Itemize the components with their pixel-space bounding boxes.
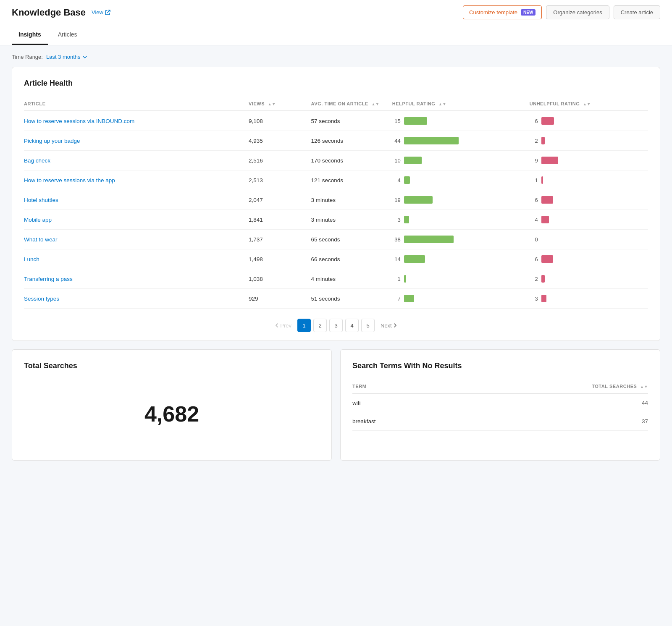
article-link-4[interactable]: Hotel shuttles (24, 197, 58, 203)
views-cell-4: 2,047 (249, 190, 311, 210)
no-results-title: Search Terms With No Results (352, 361, 648, 370)
table-row: Mobile app 1,841 3 minutes 3 4 (24, 210, 648, 230)
article-cell-1: Picking up your badge (24, 131, 249, 151)
top-bar: Knowledge Base View Customize template N… (0, 0, 672, 25)
unhelpful-bar-9 (541, 295, 546, 302)
article-cell-7: Lunch (24, 249, 249, 269)
sort-icon-views: ▲▼ (268, 102, 276, 106)
time-cell-3: 121 seconds (311, 170, 392, 190)
time-cell-0: 57 seconds (311, 111, 392, 131)
col-header-avg-time[interactable]: Avg. Time On Article ▲▼ (311, 98, 392, 111)
time-cell-2: 170 seconds (311, 151, 392, 170)
article-link-1[interactable]: Picking up your badge (24, 138, 80, 144)
helpful-bar-0 (404, 117, 427, 125)
unhelpful-bar-0 (541, 117, 554, 125)
time-cell-4: 3 minutes (311, 190, 392, 210)
col-header-helpful[interactable]: Helpful Rating ▲▼ (392, 98, 530, 111)
chevron-down-icon (82, 55, 87, 60)
tab-insights[interactable]: Insights (12, 25, 48, 45)
search-term-cell-0: wifi (352, 393, 439, 412)
next-button[interactable]: Next (377, 321, 400, 330)
article-cell-9: Session types (24, 289, 249, 309)
helpful-cell-0: 15 (392, 111, 530, 131)
time-cell-9: 51 seconds (311, 289, 392, 309)
page-button-2[interactable]: 2 (313, 319, 327, 332)
views-cell-7: 1,498 (249, 249, 311, 269)
helpful-bar-4 (404, 196, 433, 204)
col-header-unhelpful[interactable]: Unhelpful Rating ▲▼ (530, 98, 648, 111)
unhelpful-cell-2: 9 (530, 151, 648, 170)
unhelpful-cell-9: 3 (530, 289, 648, 309)
new-badge: NEW (521, 9, 536, 16)
article-link-6[interactable]: What to wear (24, 236, 58, 243)
table-row: What to wear 1,737 65 seconds 38 0 (24, 230, 648, 249)
search-count-cell-1: 37 (439, 412, 648, 431)
helpful-bar-7 (404, 255, 425, 263)
views-cell-2: 2,516 (249, 151, 311, 170)
article-link-7[interactable]: Lunch (24, 256, 39, 262)
table-row: Session types 929 51 seconds 7 3 (24, 289, 648, 309)
customize-template-button[interactable]: Customize template NEW (463, 5, 542, 19)
time-range-bar: Time Range: Last 3 months (12, 54, 660, 60)
prev-button[interactable]: Prev (272, 321, 295, 330)
helpful-cell-2: 10 (392, 151, 530, 170)
article-health-card: Article Health Article Views ▲▼ Avg. Tim… (12, 67, 660, 341)
views-cell-5: 1,841 (249, 210, 311, 230)
sort-icon-unhelpful: ▲▼ (583, 102, 591, 106)
helpful-cell-1: 44 (392, 131, 530, 151)
helpful-bar-1 (404, 137, 459, 144)
create-article-button[interactable]: Create article (614, 5, 660, 19)
helpful-bar-5 (404, 216, 409, 223)
unhelpful-cell-6: 0 (530, 230, 648, 249)
unhelpful-cell-5: 4 (530, 210, 648, 230)
article-cell-6: What to wear (24, 230, 249, 249)
page-button-3[interactable]: 3 (329, 319, 343, 332)
article-cell-0: How to reserve sessions via INBOUND.com (24, 111, 249, 131)
page-button-1[interactable]: 1 (297, 319, 311, 332)
col-header-views[interactable]: Views ▲▼ (249, 98, 311, 111)
total-searches-title: Total Searches (24, 361, 320, 370)
helpful-cell-9: 7 (392, 289, 530, 309)
article-link-2[interactable]: Bag check (24, 157, 50, 164)
article-link-3[interactable]: How to reserve sessions via the app (24, 177, 115, 183)
article-link-0[interactable]: How to reserve sessions via INBOUND.com (24, 118, 134, 124)
page-button-5[interactable]: 5 (361, 319, 375, 332)
article-link-8[interactable]: Transferring a pass (24, 276, 73, 282)
helpful-bar-2 (404, 157, 422, 164)
table-row: Bag check 2,516 170 seconds 10 9 (24, 151, 648, 170)
table-row: How to reserve sessions via INBOUND.com … (24, 111, 648, 131)
view-link-label: View (92, 9, 103, 16)
helpful-bar-9 (404, 295, 414, 302)
total-searches-card: Total Searches 4,682 (12, 349, 332, 461)
chevron-left-icon (275, 323, 278, 328)
chevron-right-icon (394, 323, 397, 328)
bottom-cards: Total Searches 4,682 Search Terms With N… (12, 349, 660, 469)
time-range-value[interactable]: Last 3 months (46, 54, 87, 60)
page-button-4[interactable]: 4 (345, 319, 359, 332)
article-link-9[interactable]: Session types (24, 296, 59, 302)
views-cell-1: 4,935 (249, 131, 311, 151)
sort-icon-searches: ▲▼ (640, 385, 648, 389)
helpful-cell-5: 3 (392, 210, 530, 230)
unhelpful-bar-4 (541, 196, 553, 204)
helpful-bar-6 (404, 236, 454, 243)
article-link-5[interactable]: Mobile app (24, 217, 52, 223)
helpful-bar-3 (404, 176, 410, 184)
unhelpful-cell-3: 1 (530, 170, 648, 190)
article-cell-3: How to reserve sessions via the app (24, 170, 249, 190)
organize-categories-button[interactable]: Organize categories (546, 5, 609, 19)
no-results-card: Search Terms With No Results Term Total … (340, 349, 660, 461)
sort-icon-avg-time: ▲▼ (371, 102, 379, 106)
page-title: Knowledge Base (12, 7, 86, 18)
unhelpful-bar-8 (541, 275, 545, 283)
article-cell-2: Bag check (24, 151, 249, 170)
unhelpful-cell-8: 2 (530, 269, 648, 289)
search-col-searches[interactable]: Total Searches ▲▼ (439, 380, 648, 393)
search-col-term: Term (352, 380, 439, 393)
view-link[interactable]: View (92, 9, 110, 16)
main-content: Time Range: Last 3 months Article Health… (0, 45, 672, 477)
helpful-cell-7: 14 (392, 249, 530, 269)
table-row: Transferring a pass 1,038 4 minutes 1 2 (24, 269, 648, 289)
time-cell-7: 66 seconds (311, 249, 392, 269)
tab-articles[interactable]: Articles (51, 25, 84, 45)
